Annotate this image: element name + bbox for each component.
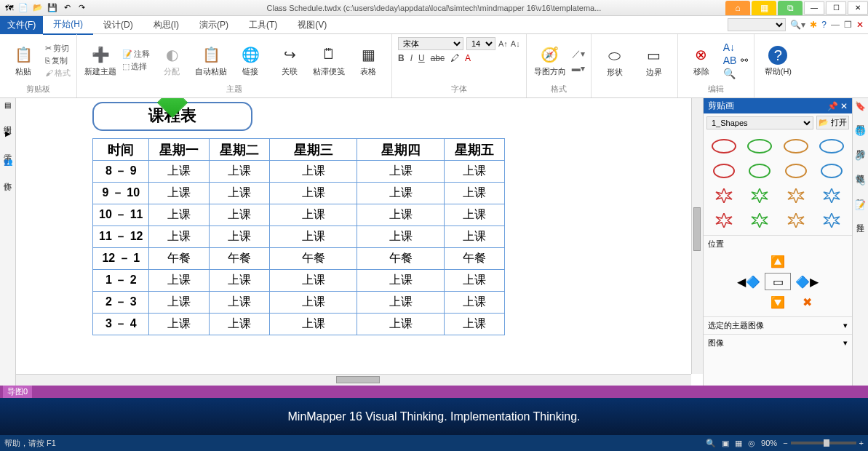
fill-color-icon[interactable]: ▬▾ xyxy=(572,63,585,73)
font-shrink-icon[interactable]: A↓ xyxy=(511,37,520,50)
qat-save-icon[interactable]: 💾 xyxy=(47,2,58,14)
schedule-cell[interactable]: 上课 xyxy=(270,270,357,292)
pos-delete-icon[interactable]: ✖ xyxy=(794,293,820,311)
table-button[interactable]: ▦表格 xyxy=(351,44,386,77)
home-shortcut-icon[interactable]: ⌂ xyxy=(725,1,750,15)
present-icon[interactable]: ▶ xyxy=(5,129,11,137)
star-icon[interactable]: ✱ xyxy=(810,20,817,30)
grid-shortcut-icon[interactable]: ⧉ xyxy=(778,1,803,15)
sort-icon[interactable]: A↓ xyxy=(723,41,737,53)
style-select[interactable] xyxy=(728,18,786,31)
schedule-cell[interactable]: 上课 xyxy=(149,270,210,292)
collapse2-icon[interactable]: ▾ xyxy=(843,338,848,348)
clipart-shape[interactable] xyxy=(706,209,741,232)
view3-icon[interactable]: ◎ xyxy=(748,439,755,448)
collapse-icon[interactable]: ▾ xyxy=(843,321,848,330)
schedule-cell[interactable]: 上课 xyxy=(210,226,270,248)
schedule-cell[interactable]: 上课 xyxy=(149,204,210,226)
tab-present[interactable]: 演示(P) xyxy=(189,16,239,34)
cut-button[interactable]: ✂ 剪切 xyxy=(45,43,71,54)
schedule-cell[interactable]: 上课 xyxy=(210,270,270,292)
document-tab[interactable]: 导图0 xyxy=(3,386,32,398)
tab-collab[interactable]: 协作 xyxy=(2,173,13,179)
schedule-time-cell[interactable]: 12 － 1 xyxy=(93,248,149,270)
schedule-time-cell[interactable]: 1 － 2 xyxy=(93,270,149,292)
new-topic-button[interactable]: ➕新建主题 xyxy=(83,44,118,77)
collab-icon[interactable]: 👥 xyxy=(4,158,12,166)
schedule-cell[interactable]: 上课 xyxy=(210,314,270,335)
schedule-cell[interactable]: 上课 xyxy=(210,161,270,183)
schedule-cell[interactable]: 上课 xyxy=(445,183,505,204)
tab-design[interactable]: 设计(D) xyxy=(93,16,143,34)
schedule-time-cell[interactable]: 11 － 12 xyxy=(93,226,149,248)
schedule-cell[interactable]: 上课 xyxy=(357,226,445,248)
schedule-cell[interactable]: 上课 xyxy=(357,204,445,226)
shape-button[interactable]: ⬭形状 xyxy=(597,45,632,78)
font-name-select[interactable]: 宋体 xyxy=(398,37,463,50)
schedule-cell[interactable]: 上课 xyxy=(357,161,445,183)
schedule-cell[interactable]: 上课 xyxy=(270,292,357,314)
schedule-cell[interactable]: 上课 xyxy=(270,161,357,183)
schedule-time-cell[interactable]: 9 － 10 xyxy=(93,183,149,204)
maximize-button[interactable]: ☐ xyxy=(826,1,846,15)
schedule-cell[interactable]: 午餐 xyxy=(445,248,505,270)
zoom-out-button[interactable]: − xyxy=(783,439,787,447)
schedule-cell[interactable]: 上课 xyxy=(210,183,270,204)
help-icon[interactable]: ? xyxy=(821,20,827,30)
zoom-level[interactable]: 90% xyxy=(761,439,777,447)
clipart-shape[interactable] xyxy=(815,135,850,158)
direction-button[interactable]: 🧭导图方向 xyxy=(533,44,568,77)
schedule-cell[interactable]: 上课 xyxy=(210,204,270,226)
schedule-cell[interactable]: 上课 xyxy=(357,183,445,204)
pos-down-icon[interactable]: 🔽 xyxy=(765,293,791,311)
pin-icon[interactable]: 📌 ✕ xyxy=(827,101,848,111)
vertical-scroll-thumb[interactable] xyxy=(693,207,701,251)
browser-icon[interactable]: 🌐 xyxy=(855,126,866,136)
schedule-cell[interactable]: 上课 xyxy=(270,183,357,204)
select-button[interactable]: ⬚ 选择 xyxy=(122,61,150,72)
schedule-cell[interactable]: 上课 xyxy=(270,226,357,248)
clipart-shape[interactable] xyxy=(706,159,741,183)
schedule-cell[interactable]: 上课 xyxy=(357,292,445,314)
copy-button[interactable]: ⎘ 复制 xyxy=(45,55,71,66)
ab-icon[interactable]: AB xyxy=(723,55,737,66)
schedule-cell[interactable]: 上课 xyxy=(210,292,270,314)
highlight-icon[interactable]: 🖍 xyxy=(450,53,459,63)
zoom-slider[interactable] xyxy=(791,442,856,444)
schedule-time-cell[interactable]: 8 － 9 xyxy=(93,161,149,183)
horizontal-scroll-thumb[interactable] xyxy=(336,376,380,383)
clipart-shape[interactable] xyxy=(743,209,778,232)
view2-icon[interactable]: ▦ xyxy=(735,439,742,448)
search-icon[interactable]: 🔍▾ xyxy=(790,20,805,30)
tab-tools[interactable]: 工具(T) xyxy=(239,16,287,34)
qat-undo-icon[interactable]: ↶ xyxy=(61,2,73,14)
schedule-time-cell[interactable]: 3 － 4 xyxy=(93,314,149,335)
minimize-button[interactable]: — xyxy=(804,1,824,15)
remove-button[interactable]: ⊗移除 xyxy=(684,44,719,77)
link-button[interactable]: 🌐链接 xyxy=(233,44,268,77)
window-restore-icon[interactable]: ❐ xyxy=(844,20,852,30)
schedule-cell[interactable]: 上课 xyxy=(445,204,505,226)
strike-button[interactable]: abc xyxy=(431,53,445,63)
relation-button[interactable]: ↪关联 xyxy=(272,44,307,77)
schedule-cell[interactable]: 上课 xyxy=(445,292,505,314)
tab-start[interactable]: 开始(H) xyxy=(43,15,93,35)
schedule-time-cell[interactable]: 2 － 3 xyxy=(93,292,149,314)
window-close2-icon[interactable]: ✕ xyxy=(856,20,864,30)
underline-button[interactable]: U xyxy=(418,53,425,63)
zoom-slider-thumb[interactable] xyxy=(824,439,829,447)
tab-idea[interactable]: 构思(I) xyxy=(143,16,189,34)
schedule-cell[interactable]: 上课 xyxy=(149,183,210,204)
autopaste-button[interactable]: 📋自动粘贴 xyxy=(194,44,228,77)
split-button[interactable]: ◐分配 xyxy=(154,44,189,77)
window-min2-icon[interactable]: — xyxy=(831,20,840,30)
zoom-in-button[interactable]: + xyxy=(859,439,864,447)
border-button[interactable]: ▭边界 xyxy=(637,45,672,78)
clipart-shape[interactable] xyxy=(779,184,813,207)
schedule-cell[interactable]: 上课 xyxy=(149,226,210,248)
font-grow-icon[interactable]: A↑ xyxy=(498,37,508,50)
horizontal-scrollbar[interactable] xyxy=(16,374,691,386)
clipart-shape[interactable] xyxy=(779,209,813,232)
file-menu[interactable]: 文件(F) xyxy=(0,16,43,34)
schedule-cell[interactable]: 上课 xyxy=(357,270,445,292)
